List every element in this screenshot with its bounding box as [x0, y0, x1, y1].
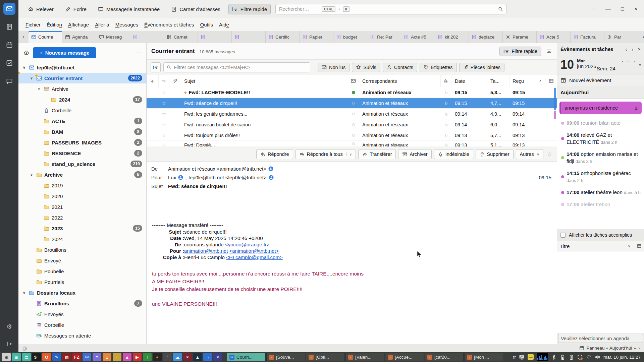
task-column-picker-button[interactable] — [634, 241, 644, 251]
folder-lep0le-tntb-net[interactable]: ∨lep0le@tntb.net — [18, 62, 146, 73]
date-column-header[interactable]: Date — [451, 75, 489, 87]
sticky-filter-button[interactable] — [151, 62, 161, 72]
wifi-icon[interactable] — [586, 354, 592, 360]
taskbar-window-6[interactable]: ◦[Mon ... — [464, 353, 503, 361]
close-button[interactable]: × — [634, 6, 637, 12]
space-mail-button[interactable] — [3, 3, 15, 15]
expand-chevron-icon[interactable]: ∨ — [29, 173, 34, 177]
taskbar-window-0[interactable]: ✉Courri... — [227, 353, 266, 361]
message-row[interactable]: ☆ Fwd: Dossié... Animation et réseaux 09… — [147, 141, 557, 147]
junk-icon[interactable] — [444, 133, 448, 137]
folder-2024[interactable]: 202417 — [18, 94, 146, 105]
taskbar-calculator[interactable]: ± — [103, 353, 111, 361]
taskbar-pattern-app[interactable]: ✕ — [183, 353, 192, 361]
taskbar-file-manager-open[interactable]: ▤ — [22, 353, 31, 361]
space-calendar-button[interactable] — [3, 39, 15, 51]
transf-rer-button[interactable]: Transférer — [358, 149, 396, 159]
date-expand-button[interactable]: ∨ — [639, 63, 641, 67]
r-pondre-button[interactable]: Répondre — [256, 149, 293, 159]
archiver-button[interactable]: Archiver — [398, 149, 431, 159]
quick-filter-toggle-button[interactable]: Filtre rapide — [499, 47, 541, 56]
email-link[interactable]: <animation@tntb.net> — [229, 248, 279, 254]
message-list-scrollbar[interactable] — [553, 87, 556, 147]
message-row[interactable]: ☆ Fwd: les gentils gendarmes... Animatio… — [147, 109, 557, 119]
folder-courrier-entrant[interactable]: ∨Courrier entrant2022 — [18, 73, 146, 83]
bluetooth-icon[interactable] — [551, 354, 557, 360]
previous-day-button[interactable]: ‹ — [625, 47, 627, 52]
menu-fichier[interactable]: Fichier — [22, 20, 44, 29]
taskbar-video-player[interactable]: ▶ — [133, 353, 142, 361]
star-icon[interactable]: ☆ — [162, 122, 166, 128]
read-dot[interactable] — [352, 113, 355, 115]
folder-brouillons[interactable]: Brouillons7 — [18, 298, 146, 309]
expand-chevron-icon[interactable]: ∨ — [22, 291, 26, 295]
filter-contacts-button[interactable]: Contacts — [383, 63, 417, 72]
email-link[interactable]: <HLcamplo@gmail.com> — [226, 254, 283, 260]
date-forward-button[interactable]: › — [633, 59, 635, 64]
to-name[interactable]: Lux — [168, 175, 176, 180]
clock[interactable]: mar. 10 juin, 12:27 — [603, 355, 641, 360]
filter-suivis-button[interactable]: Suivis — [352, 63, 380, 72]
get-messages-icon[interactable] — [23, 50, 30, 56]
scrollbar-thumb[interactable] — [554, 88, 556, 110]
tab-acte-5[interactable]: Acte #5 — [401, 31, 435, 43]
volume-icon[interactable] — [595, 354, 600, 360]
to-address[interactable]: lep0le@tntb.net <lep0le@tntb.net> — [189, 175, 266, 180]
keyboard-layout-indicator[interactable]: fr — [513, 355, 516, 360]
calendar-event[interactable]: 14:00 option emission marisa et fidji da… — [557, 146, 644, 166]
folder-dossiers-locaux[interactable]: ∨Dossiers locaux — [18, 287, 146, 298]
folder-2021[interactable]: 2021 — [18, 201, 146, 212]
calendar-event[interactable]: 17:00 atelier théâtre leon dans 5 h — [557, 185, 644, 197]
expand-chevron-icon[interactable]: ∨ — [37, 87, 41, 91]
message-row[interactable]: ☆ Fwd: nouveau boulet de canon Animation… — [147, 119, 557, 130]
global-search[interactable]: CTRL + K — [275, 4, 507, 14]
tab-papier[interactable]: Papier — [300, 31, 333, 43]
message-row[interactable]: ☆ ◆Fwd: LACHETE-MODELE!! Animation et ré… — [147, 87, 557, 98]
taskbar-window-5[interactable]: ◦[caf20... — [425, 353, 464, 361]
read-dot[interactable] — [352, 142, 355, 145]
from-value[interactable]: Animation et réseaux <animation@tntb.net… — [168, 166, 266, 172]
junk-icon[interactable] — [444, 101, 448, 105]
space-tasks-button[interactable] — [3, 57, 15, 69]
settings-button[interactable]: ⚙ — [3, 320, 15, 333]
folder-2019[interactable]: 2019 — [18, 180, 146, 191]
taskbar-window-4[interactable]: ◦[Accue... — [385, 353, 424, 361]
tab-untitled-6[interactable] — [232, 31, 266, 43]
agenda-selector[interactable]: Veuillez sélectionner un agenda — [558, 334, 643, 343]
filter--tiquettes-button[interactable]: Étiquettes — [420, 63, 457, 72]
email-link[interactable]: <yocoo@orange.fr> — [225, 242, 270, 247]
folder-stand-up-science[interactable]: stand_up_science219 — [18, 159, 146, 169]
toolbar-messagerie-instantan-e-button[interactable]: Messagerie instantanée — [95, 4, 163, 14]
received-column-header[interactable]: Reçu∧ — [510, 75, 545, 87]
quick-filter-input[interactable] — [174, 65, 307, 70]
chevron-down-icon[interactable]: ∨ — [628, 244, 634, 248]
taskbar-remote-app[interactable]: → — [203, 353, 212, 361]
tab-untitled-3[interactable] — [130, 31, 164, 43]
subject-column-header[interactable]: Sujet — [180, 75, 346, 87]
taskbar-mail-app[interactable]: ✉ — [83, 353, 91, 361]
date-back-button[interactable]: ‹ — [622, 59, 624, 64]
expand-chevron-icon[interactable]: ∨ — [29, 76, 34, 80]
taskbar-cloud-app[interactable]: ☁ — [173, 353, 182, 361]
menu--v-nements-et-t-ches[interactable]: Évènements et tâches — [141, 20, 197, 29]
star-icon[interactable]: ☆ — [162, 100, 166, 106]
audio-visualizer[interactable] — [537, 353, 548, 361]
tab-par[interactable]: Par — [604, 31, 638, 43]
star-icon[interactable]: ☆ — [162, 132, 166, 138]
star-icon[interactable]: ☆ — [162, 89, 166, 96]
taskbar-vector-app[interactable]: ▲ — [193, 353, 202, 361]
notes-tray-icon[interactable] — [528, 354, 534, 360]
calendar-event[interactable]: 14:15 orthophoniste générac dans 2 h — [557, 166, 644, 185]
filter-pi-ces-jointes-button[interactable]: Pièces jointes — [459, 63, 504, 72]
contact-badge-icon[interactable] — [178, 175, 183, 180]
folder-envoy-[interactable]: Envoyé — [18, 255, 146, 266]
star-message-button[interactable]: ☆ — [547, 151, 552, 158]
menu--dition[interactable]: Édition — [44, 20, 65, 29]
taskbar-quotes-app[interactable]: ” — [163, 353, 172, 361]
folder-archive[interactable]: ∨Archive5 — [18, 169, 146, 180]
tab-messag[interactable]: Messag — [96, 31, 130, 43]
today-pane-toggle[interactable]: Panneau « Aujourd’hui » ∨ — [579, 346, 641, 351]
folder-poubelle[interactable]: Poubelle — [18, 266, 146, 277]
taskbar-filezilla[interactable]: FZ — [72, 353, 81, 361]
taskbar-media-app[interactable]: ▲ — [123, 353, 131, 361]
